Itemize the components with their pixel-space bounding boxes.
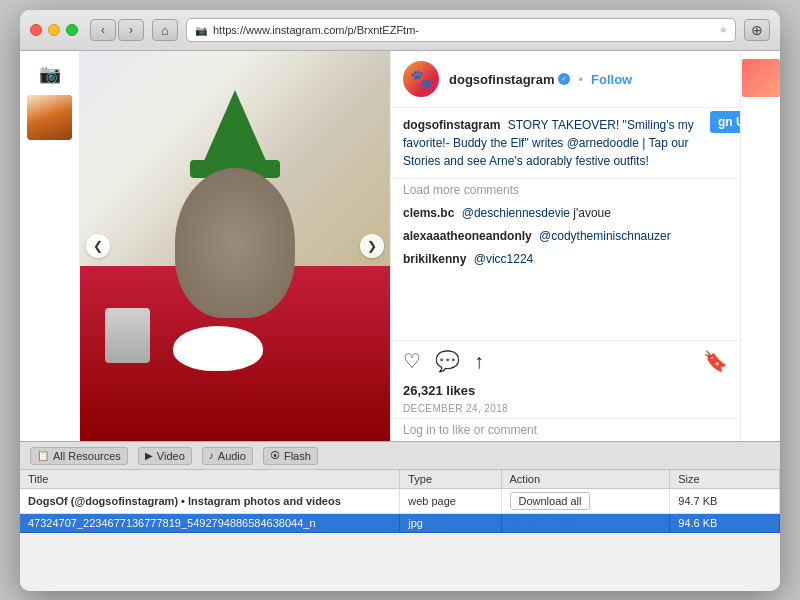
nav-buttons: ‹ › xyxy=(90,19,144,41)
address-bar[interactable]: 📷 https://www.instagram.com/p/BrxntEZFtm… xyxy=(186,18,736,42)
dog-body xyxy=(175,168,295,318)
devtools-tab-all-resources[interactable]: 📋 All Resources xyxy=(30,447,128,465)
post-info-panel: 🐾 dogsofinstagram ✓ • Follow dogsofinsta… xyxy=(390,51,740,441)
like-icon[interactable]: ♡ xyxy=(403,349,421,373)
devtools-tab-video[interactable]: ▶ Video xyxy=(138,447,192,465)
tab-label: Video xyxy=(157,450,185,462)
col-header-title: Title xyxy=(20,470,400,489)
browser-content: gn Up 📷 ❮ ❯ 🐾 xyxy=(20,51,780,441)
post-caption: dogsofinstagram STORY TAKEOVER! "Smiling… xyxy=(391,108,740,179)
tab-label: Audio xyxy=(218,450,246,462)
username-row: dogsofinstagram ✓ • Follow xyxy=(449,72,728,87)
comment-username[interactable]: clems.bc xyxy=(403,206,454,220)
follow-separator: • xyxy=(578,72,583,87)
devtools-toolbar: 📋 All Resources ▶ Video ♪ Audio ⦿ Flash xyxy=(20,442,780,470)
audio-icon: ♪ xyxy=(209,450,214,461)
home-button[interactable]: ⌂ xyxy=(152,19,178,41)
resources-table: Title Type Action Size DogsOf (@dogsofin… xyxy=(20,470,780,533)
likes-count: 26,321 likes xyxy=(391,381,740,402)
image-prev-arrow[interactable]: ❮ xyxy=(86,234,110,258)
table-row-selected[interactable]: 47324707_2234677136777819_54927948865846… xyxy=(20,514,780,533)
comment-row: alexaaatheoneandonIy @codytheminischnauz… xyxy=(403,228,728,245)
comments-section: clems.bc @deschiennesdevie j'avoue alexa… xyxy=(391,201,740,340)
col-header-size: Size xyxy=(670,470,780,489)
close-button[interactable] xyxy=(30,24,42,36)
share-icon[interactable]: ↑ xyxy=(474,350,484,373)
ig-sidebar-left: 📷 xyxy=(20,51,80,441)
comment-icon[interactable]: 💬 xyxy=(435,349,460,373)
avatar: 🐾 xyxy=(403,61,439,97)
save-icon[interactable]: 🔖 xyxy=(703,349,728,373)
resources-icon: 📋 xyxy=(37,450,49,461)
row-title: 47324707_2234677136777819_54927948865846… xyxy=(20,514,400,533)
row-size: 94.7 KB xyxy=(670,489,780,514)
sidebar-thumbnail xyxy=(27,95,72,140)
maximize-button[interactable] xyxy=(66,24,78,36)
devtools-tab-flash[interactable]: ⦿ Flash xyxy=(263,447,318,465)
post-date: December 24, 2018 xyxy=(391,402,740,418)
url-text: https://www.instagram.com/p/BrxntEZFtm- xyxy=(213,24,714,36)
comment-username[interactable]: alexaaatheoneandonIy xyxy=(403,229,532,243)
comment-row: brikilkenny @vicc1224 xyxy=(403,251,728,268)
post-header: 🐾 dogsofinstagram ✓ • Follow xyxy=(391,51,740,108)
flash-icon: ⦿ xyxy=(270,450,280,461)
post-username[interactable]: dogsofinstagram xyxy=(449,72,554,87)
table-row[interactable]: DogsOf (@dogsofinstagram) • Instagram ph… xyxy=(20,489,780,514)
actions-row: ♡ 💬 ↑ 🔖 xyxy=(391,340,740,381)
coffee-mug xyxy=(105,308,150,363)
verified-badge-icon: ✓ xyxy=(558,73,570,85)
post-image-container: ❮ ❯ xyxy=(80,51,390,441)
comment-text: @codytheminischnauzer xyxy=(539,229,671,243)
devtools-tab-audio[interactable]: ♪ Audio xyxy=(202,447,253,465)
load-more-comments[interactable]: Load more comments xyxy=(391,179,740,201)
minimize-button[interactable] xyxy=(48,24,60,36)
follow-button[interactable]: Follow xyxy=(591,72,632,87)
forward-button[interactable]: › xyxy=(118,19,144,41)
caption-username[interactable]: dogsofinstagram xyxy=(403,118,500,132)
image-next-arrow[interactable]: ❯ xyxy=(360,234,384,258)
browser-window: ‹ › ⌂ 📷 https://www.instagram.com/p/Brxn… xyxy=(20,10,780,591)
thumbnail-image xyxy=(27,95,72,140)
back-button[interactable]: ‹ xyxy=(90,19,116,41)
candy-bowl xyxy=(173,326,263,371)
row-action: Show in Finder xyxy=(501,514,670,533)
tab-label: All Resources xyxy=(53,450,121,462)
post-image xyxy=(80,51,390,441)
download-all-button[interactable]: Download all xyxy=(510,492,591,510)
traffic-lights xyxy=(30,24,78,36)
login-prompt: Log in to like or comment xyxy=(391,418,740,441)
tab-label: Flash xyxy=(284,450,311,462)
comment-username[interactable]: brikilkenny xyxy=(403,252,466,266)
col-header-action: Action xyxy=(501,470,670,489)
row-type: jpg xyxy=(400,514,501,533)
comment-text: @vicc1224 xyxy=(474,252,534,266)
row-action: Download all xyxy=(501,489,670,514)
row-title: DogsOf (@dogsofinstagram) • Instagram ph… xyxy=(20,489,400,514)
right-thumbnail xyxy=(742,59,780,97)
devtools-panel: 📋 All Resources ▶ Video ♪ Audio ⦿ Flash … xyxy=(20,441,780,591)
instagram-favicon-icon: 📷 xyxy=(195,25,207,36)
col-header-type: Type xyxy=(400,470,501,489)
row-type: web page xyxy=(400,489,501,514)
comment-row: clems.bc @deschiennesdevie j'avoue xyxy=(403,205,728,222)
instagram-logo-icon: 📷 xyxy=(39,63,61,85)
ig-right-sidebar xyxy=(740,51,780,441)
video-icon: ▶ xyxy=(145,450,153,461)
title-bar: ‹ › ⌂ 📷 https://www.instagram.com/p/Brxn… xyxy=(20,10,780,51)
post-header-info: dogsofinstagram ✓ • Follow xyxy=(449,72,728,87)
comment-text: @deschiennesdevie j'avoue xyxy=(462,206,611,220)
bookmark-icon: ⌖ xyxy=(720,23,727,37)
show-in-finder-link[interactable]: Show in Finder xyxy=(510,517,583,529)
row-size: 94.6 KB xyxy=(670,514,780,533)
elf-hat-cone xyxy=(200,90,270,170)
download-button[interactable]: ⊕ xyxy=(744,19,770,41)
